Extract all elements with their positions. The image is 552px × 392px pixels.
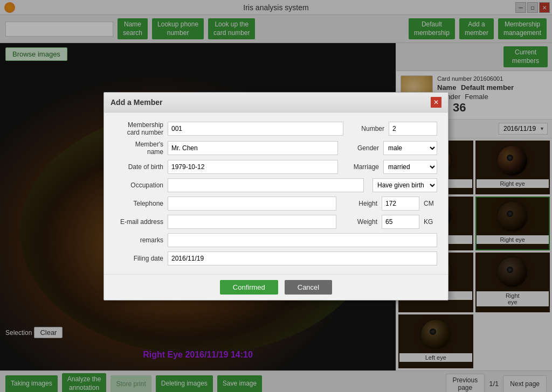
occupation-row: Occupation (115, 178, 364, 192)
height-row: Height CM (345, 197, 437, 211)
remarks-label: remarks (115, 236, 163, 244)
form-row-3: Date of birth Marriage married single di… (115, 160, 437, 174)
marriage-select[interactable]: married single divorced (383, 160, 437, 174)
telephone-input[interactable] (168, 197, 336, 211)
height-unit: CM (424, 200, 437, 207)
gender-label: Gender (347, 144, 379, 152)
weight-unit: KG (424, 218, 437, 226)
cancel-button[interactable]: Cancel (285, 280, 332, 295)
modal-header: Add a Member ✕ (104, 93, 448, 113)
remarks-input[interactable] (168, 233, 437, 247)
dob-label: Date of birth (115, 163, 163, 171)
gender-select[interactable]: male female (383, 141, 437, 155)
dob-row: Date of birth (115, 160, 338, 174)
modal-overlay: Add a Member ✕ Membershipcard number Num… (0, 0, 552, 392)
modal-footer: Confirmed Cancel (104, 274, 448, 300)
form-row-6: E-mail address Weight KG (115, 215, 437, 229)
number-label: Number (352, 125, 384, 132)
marriage-row: Marriage married single divorced (347, 160, 437, 174)
modal-close-button[interactable]: ✕ (431, 97, 441, 108)
members-name-row: Member'sname (115, 141, 338, 156)
telephone-row: Telephone (115, 197, 336, 211)
confirmed-button[interactable]: Confirmed (220, 280, 278, 295)
occupation-label: Occupation (115, 181, 163, 189)
number-row: Number (352, 121, 437, 136)
weight-label: Weight (345, 218, 377, 226)
filing-date-input[interactable] (168, 251, 437, 265)
marriage-label: Marriage (347, 163, 379, 171)
modal-body: Membershipcard number Number Member'snam… (104, 113, 448, 274)
childbirth-row: Have given birth None (372, 178, 437, 192)
occupation-input[interactable] (168, 178, 364, 192)
weight-input[interactable] (382, 215, 419, 229)
filing-row: Filing date (115, 251, 437, 265)
email-label: E-mail address (115, 218, 163, 226)
remarks-row: remarks (115, 233, 437, 247)
add-member-modal: Add a Member ✕ Membershipcard number Num… (104, 92, 448, 300)
height-label: Height (345, 200, 377, 207)
email-input[interactable] (168, 215, 336, 229)
members-name-label: Member'sname (115, 141, 163, 156)
telephone-label: Telephone (115, 200, 163, 207)
members-name-input[interactable] (168, 141, 338, 155)
form-row-4: Occupation Have given birth None (115, 178, 437, 192)
childbirth-select[interactable]: Have given birth None (372, 178, 437, 192)
form-row-5: Telephone Height CM (115, 197, 437, 211)
form-row-1: Membershipcard number Number (115, 121, 437, 136)
email-row: E-mail address (115, 215, 336, 229)
gender-row: Gender male female (347, 141, 437, 156)
modal-title: Add a Member (111, 98, 162, 107)
form-row-2: Member'sname Gender male female (115, 141, 437, 156)
weight-row: Weight KG (345, 215, 437, 229)
height-input[interactable] (382, 197, 419, 211)
membership-card-label: Membershipcard number (115, 121, 163, 136)
card-number-row: Membershipcard number (115, 121, 343, 136)
membership-card-input[interactable] (168, 122, 343, 136)
filing-date-label: Filing date (115, 255, 163, 262)
number-input[interactable] (389, 122, 437, 136)
dob-input[interactable] (168, 160, 338, 174)
